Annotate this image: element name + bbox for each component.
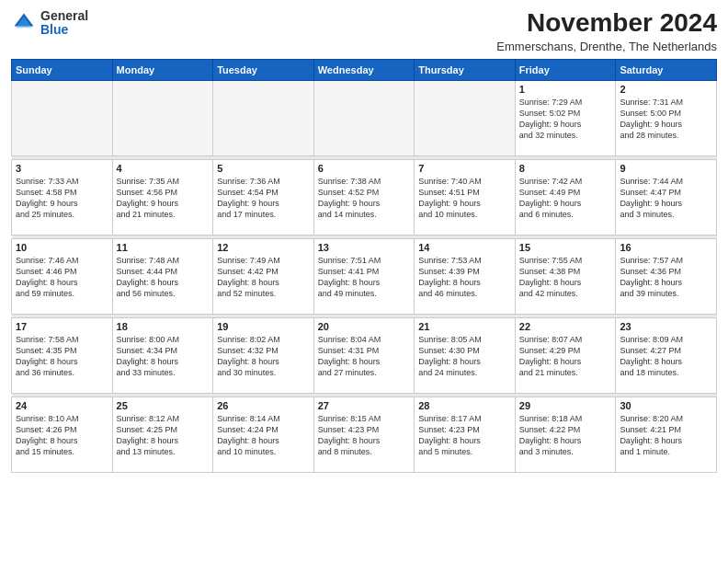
table-row: 11Sunrise: 7:48 AM Sunset: 4:44 PM Dayli… (112, 238, 213, 314)
table-row: 27Sunrise: 8:15 AM Sunset: 4:23 PM Dayli… (313, 396, 415, 472)
table-row: 2Sunrise: 7:31 AM Sunset: 5:00 PM Daylig… (616, 80, 717, 155)
day-info: Sunrise: 7:58 AM Sunset: 4:35 PM Dayligh… (16, 334, 108, 379)
day-info: Sunrise: 8:12 AM Sunset: 4:25 PM Dayligh… (117, 413, 210, 458)
calendar-week-5: 24Sunrise: 8:10 AM Sunset: 4:26 PM Dayli… (12, 396, 717, 472)
day-info: Sunrise: 8:00 AM Sunset: 4:34 PM Dayligh… (117, 334, 210, 379)
table-row: 20Sunrise: 8:04 AM Sunset: 4:31 PM Dayli… (313, 317, 415, 393)
table-row: 1Sunrise: 7:29 AM Sunset: 5:02 PM Daylig… (515, 80, 616, 155)
day-number: 6 (318, 163, 411, 174)
day-number: 1 (519, 84, 612, 95)
day-number: 28 (418, 400, 511, 411)
table-row: 9Sunrise: 7:44 AM Sunset: 4:47 PM Daylig… (616, 159, 717, 235)
table-row: 12Sunrise: 7:49 AM Sunset: 4:42 PM Dayli… (213, 238, 314, 314)
day-number: 22 (519, 321, 612, 332)
header: General Blue November 2024 Emmerschans, … (11, 9, 717, 53)
calendar-week-2: 3Sunrise: 7:33 AM Sunset: 4:58 PM Daylig… (12, 159, 717, 235)
day-info: Sunrise: 8:05 AM Sunset: 4:30 PM Dayligh… (418, 334, 511, 379)
table-row: 22Sunrise: 8:07 AM Sunset: 4:29 PM Dayli… (515, 317, 616, 393)
table-row: 13Sunrise: 7:51 AM Sunset: 4:41 PM Dayli… (313, 238, 415, 314)
day-info: Sunrise: 8:07 AM Sunset: 4:29 PM Dayligh… (519, 334, 612, 379)
day-info: Sunrise: 7:55 AM Sunset: 4:38 PM Dayligh… (519, 255, 612, 300)
day-number: 18 (117, 321, 210, 332)
day-number: 13 (318, 242, 411, 253)
day-number: 2 (620, 84, 712, 95)
day-number: 9 (620, 163, 712, 174)
day-number: 29 (519, 400, 612, 411)
calendar-week-1: 1Sunrise: 7:29 AM Sunset: 5:02 PM Daylig… (12, 80, 717, 155)
table-row: 29Sunrise: 8:18 AM Sunset: 4:22 PM Dayli… (515, 396, 616, 472)
day-number: 12 (217, 242, 310, 253)
day-info: Sunrise: 7:40 AM Sunset: 4:51 PM Dayligh… (418, 176, 511, 221)
day-info: Sunrise: 7:51 AM Sunset: 4:41 PM Dayligh… (318, 255, 411, 300)
table-row (313, 80, 415, 155)
day-info: Sunrise: 7:29 AM Sunset: 5:02 PM Dayligh… (519, 97, 612, 142)
table-row: 25Sunrise: 8:12 AM Sunset: 4:25 PM Dayli… (112, 396, 213, 472)
logo-text: General Blue (40, 9, 88, 38)
day-number: 21 (418, 321, 511, 332)
day-info: Sunrise: 7:57 AM Sunset: 4:36 PM Dayligh… (620, 255, 712, 300)
table-row: 16Sunrise: 7:57 AM Sunset: 4:36 PM Dayli… (616, 238, 717, 314)
page: General Blue November 2024 Emmerschans, … (0, 0, 728, 563)
calendar-week-4: 17Sunrise: 7:58 AM Sunset: 4:35 PM Dayli… (12, 317, 717, 393)
day-number: 19 (217, 321, 310, 332)
header-friday: Friday (515, 59, 616, 80)
table-row: 30Sunrise: 8:20 AM Sunset: 4:21 PM Dayli… (616, 396, 717, 472)
day-number: 10 (16, 242, 108, 253)
table-row: 24Sunrise: 8:10 AM Sunset: 4:26 PM Dayli… (12, 396, 113, 472)
month-title: November 2024 (496, 9, 717, 38)
day-info: Sunrise: 7:46 AM Sunset: 4:46 PM Dayligh… (16, 255, 108, 300)
day-info: Sunrise: 8:10 AM Sunset: 4:26 PM Dayligh… (16, 413, 108, 458)
day-number: 30 (620, 400, 712, 411)
day-info: Sunrise: 8:15 AM Sunset: 4:23 PM Dayligh… (318, 413, 411, 458)
logo: General Blue (11, 9, 88, 38)
table-row (213, 80, 314, 155)
header-sunday: Sunday (12, 59, 113, 80)
day-number: 24 (16, 400, 108, 411)
table-row: 15Sunrise: 7:55 AM Sunset: 4:38 PM Dayli… (515, 238, 616, 314)
table-row: 5Sunrise: 7:36 AM Sunset: 4:54 PM Daylig… (213, 159, 314, 235)
day-info: Sunrise: 8:02 AM Sunset: 4:32 PM Dayligh… (217, 334, 310, 379)
day-info: Sunrise: 8:04 AM Sunset: 4:31 PM Dayligh… (318, 334, 411, 379)
header-thursday: Thursday (415, 59, 516, 80)
day-number: 25 (117, 400, 210, 411)
table-row: 21Sunrise: 8:05 AM Sunset: 4:30 PM Dayli… (415, 317, 516, 393)
table-row: 14Sunrise: 7:53 AM Sunset: 4:39 PM Dayli… (415, 238, 516, 314)
day-number: 20 (318, 321, 411, 332)
day-info: Sunrise: 7:49 AM Sunset: 4:42 PM Dayligh… (217, 255, 310, 300)
logo-blue: Blue (40, 23, 88, 37)
day-number: 7 (418, 163, 511, 174)
day-number: 14 (418, 242, 511, 253)
day-number: 27 (318, 400, 411, 411)
day-info: Sunrise: 8:18 AM Sunset: 4:22 PM Dayligh… (519, 413, 612, 458)
table-row (112, 80, 213, 155)
header-wednesday: Wednesday (313, 59, 415, 80)
day-info: Sunrise: 7:38 AM Sunset: 4:52 PM Dayligh… (318, 176, 411, 221)
calendar-header-row: Sunday Monday Tuesday Wednesday Thursday… (12, 59, 717, 80)
header-tuesday: Tuesday (213, 59, 314, 80)
header-monday: Monday (112, 59, 213, 80)
day-info: Sunrise: 7:48 AM Sunset: 4:44 PM Dayligh… (117, 255, 210, 300)
logo-icon (11, 10, 37, 36)
day-info: Sunrise: 7:53 AM Sunset: 4:39 PM Dayligh… (418, 255, 511, 300)
day-info: Sunrise: 8:09 AM Sunset: 4:27 PM Dayligh… (620, 334, 712, 379)
calendar-week-3: 10Sunrise: 7:46 AM Sunset: 4:46 PM Dayli… (12, 238, 717, 314)
day-info: Sunrise: 7:31 AM Sunset: 5:00 PM Dayligh… (620, 97, 712, 142)
day-info: Sunrise: 8:20 AM Sunset: 4:21 PM Dayligh… (620, 413, 712, 458)
day-number: 15 (519, 242, 612, 253)
table-row (12, 80, 113, 155)
day-number: 3 (16, 163, 108, 174)
day-info: Sunrise: 7:44 AM Sunset: 4:47 PM Dayligh… (620, 176, 712, 221)
day-number: 23 (620, 321, 712, 332)
day-info: Sunrise: 7:42 AM Sunset: 4:49 PM Dayligh… (519, 176, 612, 221)
day-info: Sunrise: 7:35 AM Sunset: 4:56 PM Dayligh… (117, 176, 210, 221)
table-row: 26Sunrise: 8:14 AM Sunset: 4:24 PM Dayli… (213, 396, 314, 472)
table-row: 19Sunrise: 8:02 AM Sunset: 4:32 PM Dayli… (213, 317, 314, 393)
table-row: 6Sunrise: 7:38 AM Sunset: 4:52 PM Daylig… (313, 159, 415, 235)
day-number: 8 (519, 163, 612, 174)
day-number: 4 (117, 163, 210, 174)
day-number: 11 (117, 242, 210, 253)
day-info: Sunrise: 7:36 AM Sunset: 4:54 PM Dayligh… (217, 176, 310, 221)
table-row: 3Sunrise: 7:33 AM Sunset: 4:58 PM Daylig… (12, 159, 113, 235)
table-row: 17Sunrise: 7:58 AM Sunset: 4:35 PM Dayli… (12, 317, 113, 393)
day-info: Sunrise: 8:17 AM Sunset: 4:23 PM Dayligh… (418, 413, 511, 458)
